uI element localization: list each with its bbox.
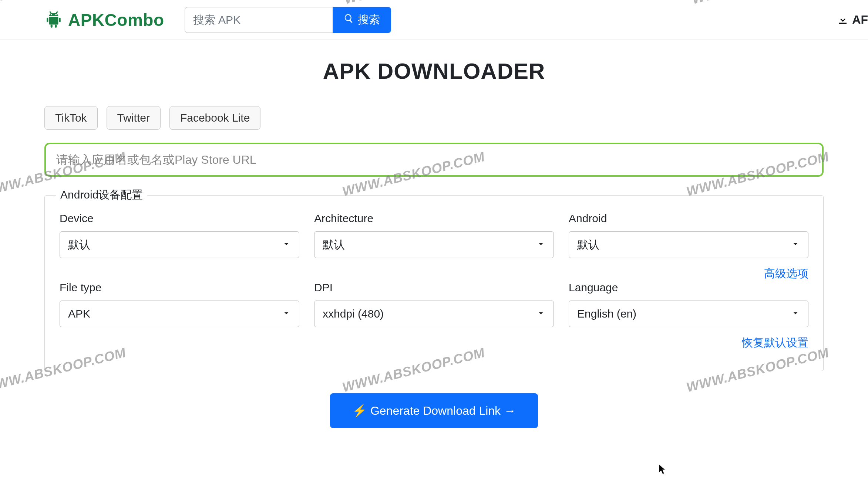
select-filetype[interactable]: APK	[60, 301, 299, 327]
select-dpi[interactable]: xxhdpi (480)	[314, 301, 554, 327]
field-device: Device 默认	[60, 212, 299, 258]
svg-rect-4	[55, 24, 57, 27]
chip-twitter[interactable]: Twitter	[107, 106, 161, 130]
android-robot-icon	[44, 11, 63, 29]
reset-link-row: 恢复默认设置	[60, 335, 808, 350]
mouse-cursor-icon	[659, 464, 667, 475]
header-right-text: AF	[852, 13, 868, 27]
page-title: APK DOWNLOADER	[44, 58, 824, 84]
header: APKCombo 搜索 AF	[0, 0, 868, 40]
svg-rect-3	[51, 24, 53, 27]
svg-rect-1	[47, 17, 48, 22]
reset-defaults-link[interactable]: 恢复默认设置	[742, 335, 808, 350]
quick-chips: TikTok Twitter Facebook Lite	[44, 106, 824, 130]
chip-facebook-lite[interactable]: Facebook Lite	[169, 106, 260, 130]
select-device-value: 默认	[68, 237, 90, 252]
svg-point-7	[51, 14, 52, 15]
config-row-2: File type APK DPI xxhdpi (480) Language …	[60, 281, 808, 327]
select-filetype-value: APK	[68, 308, 90, 320]
select-dpi-value: xxhdpi (480)	[323, 308, 384, 320]
field-architecture: Architecture 默认	[314, 212, 554, 258]
chip-tiktok[interactable]: TikTok	[44, 106, 98, 130]
svg-line-5	[50, 11, 51, 14]
field-dpi: DPI xxhdpi (480)	[314, 281, 554, 327]
search-input[interactable]	[185, 7, 333, 33]
brand-link[interactable]: APKCombo	[44, 10, 164, 30]
generate-download-link-button[interactable]: ⚡ Generate Download Link →	[330, 393, 538, 428]
search-button-label: 搜索	[358, 12, 380, 27]
advanced-options-link[interactable]: 高级选项	[764, 266, 808, 281]
svg-point-8	[55, 14, 57, 15]
header-search: 搜索	[185, 7, 391, 33]
brand-text: APKCombo	[68, 10, 164, 30]
select-architecture-value: 默认	[323, 237, 345, 252]
select-language-value: English (en)	[577, 308, 636, 320]
advanced-link-row: 高级选项	[60, 266, 808, 281]
config-row-1: Device 默认 Architecture 默认 Android 默认	[60, 212, 808, 258]
main: APK DOWNLOADER TikTok Twitter Facebook L…	[0, 40, 868, 450]
select-language[interactable]: English (en)	[569, 301, 808, 327]
label-filetype: File type	[60, 281, 299, 294]
label-android: Android	[569, 212, 808, 225]
search-icon	[344, 13, 354, 26]
svg-line-6	[56, 11, 57, 14]
download-icon	[837, 14, 848, 26]
field-android: Android 默认	[569, 212, 808, 258]
svg-rect-0	[49, 17, 58, 24]
label-language: Language	[569, 281, 808, 294]
device-config-fieldset: Android设备配置 Device 默认 Architecture 默认 An…	[44, 195, 824, 371]
select-device[interactable]: 默认	[60, 231, 299, 258]
config-legend: Android设备配置	[56, 187, 147, 203]
search-button[interactable]: 搜索	[333, 7, 391, 33]
label-architecture: Architecture	[314, 212, 554, 225]
field-language: Language English (en)	[569, 281, 808, 327]
label-device: Device	[60, 212, 299, 225]
generate-wrap: ⚡ Generate Download Link →	[44, 393, 824, 428]
select-android[interactable]: 默认	[569, 231, 808, 258]
app-search-input[interactable]	[44, 143, 824, 177]
field-filetype: File type APK	[60, 281, 299, 327]
header-right-partial: AF	[837, 0, 868, 40]
label-dpi: DPI	[314, 281, 554, 294]
select-android-value: 默认	[577, 237, 599, 252]
select-architecture[interactable]: 默认	[314, 231, 554, 258]
svg-rect-2	[59, 17, 61, 22]
